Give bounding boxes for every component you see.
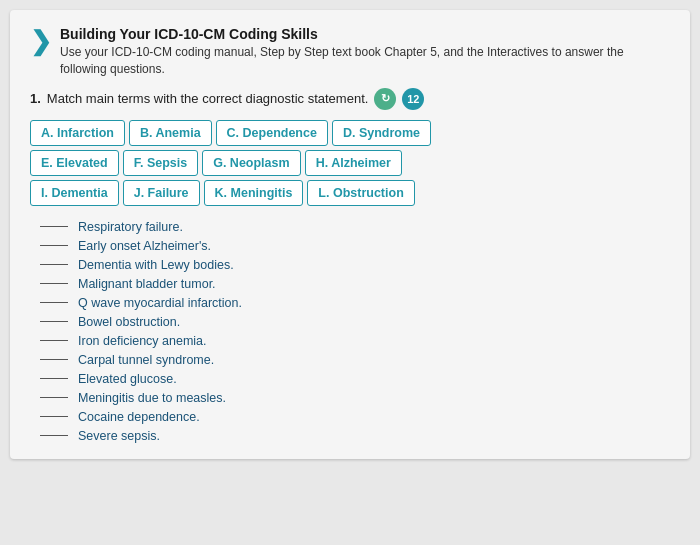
list-item: Carpal tunnel syndrome. [40, 353, 670, 367]
question-statement: Iron deficiency anemia. [78, 334, 207, 348]
list-item: Q wave myocardial infarction. [40, 296, 670, 310]
list-item: Bowel obstruction. [40, 315, 670, 329]
answer-blank[interactable] [40, 340, 68, 341]
page-subtitle: Use your ICD-10-CM coding manual, Step b… [60, 44, 670, 78]
terms-row-1: E. ElevatedF. SepsisG. NeoplasmH. Alzhei… [30, 150, 670, 176]
term-button-0-2[interactable]: C. Dependence [216, 120, 328, 146]
main-card: ❯ Building Your ICD-10-CM Coding Skills … [10, 10, 690, 459]
refresh-icon[interactable]: ↻ [374, 88, 396, 110]
answer-blank[interactable] [40, 283, 68, 284]
list-item: Meningitis due to measles. [40, 391, 670, 405]
term-button-1-3[interactable]: H. Alzheimer [305, 150, 402, 176]
header-text: Building Your ICD-10-CM Coding Skills Us… [60, 26, 670, 78]
answer-blank[interactable] [40, 378, 68, 379]
question-text: Match main terms with the correct diagno… [47, 91, 369, 106]
question-statement: Dementia with Lewy bodies. [78, 258, 234, 272]
term-button-2-0[interactable]: I. Dementia [30, 180, 119, 206]
chevron-icon: ❯ [30, 28, 52, 54]
answer-blank[interactable] [40, 264, 68, 265]
question-statement: Bowel obstruction. [78, 315, 180, 329]
term-button-2-1[interactable]: J. Failure [123, 180, 200, 206]
term-button-1-1[interactable]: F. Sepsis [123, 150, 199, 176]
terms-row-2: I. DementiaJ. FailureK. MeningitisL. Obs… [30, 180, 670, 206]
questions-list: Respiratory failure.Early onset Alzheime… [30, 220, 670, 443]
question-statement: Elevated glucose. [78, 372, 177, 386]
terms-row-0: A. InfarctionB. AnemiaC. DependenceD. Sy… [30, 120, 670, 146]
term-button-0-1[interactable]: B. Anemia [129, 120, 212, 146]
answer-blank[interactable] [40, 245, 68, 246]
answer-blank[interactable] [40, 359, 68, 360]
answer-blank[interactable] [40, 397, 68, 398]
header-section: ❯ Building Your ICD-10-CM Coding Skills … [30, 26, 670, 78]
question-statement: Severe sepsis. [78, 429, 160, 443]
list-item: Iron deficiency anemia. [40, 334, 670, 348]
question-statement: Q wave myocardial infarction. [78, 296, 242, 310]
question-number: 1. [30, 91, 41, 106]
answer-blank[interactable] [40, 226, 68, 227]
question-header: 1. Match main terms with the correct dia… [30, 88, 670, 110]
question-statement: Cocaine dependence. [78, 410, 200, 424]
question-statement: Early onset Alzheimer's. [78, 239, 211, 253]
answer-blank[interactable] [40, 416, 68, 417]
term-button-0-0[interactable]: A. Infarction [30, 120, 125, 146]
page-title: Building Your ICD-10-CM Coding Skills [60, 26, 670, 42]
term-button-1-0[interactable]: E. Elevated [30, 150, 119, 176]
list-item: Early onset Alzheimer's. [40, 239, 670, 253]
answer-blank[interactable] [40, 321, 68, 322]
terms-grid: A. InfarctionB. AnemiaC. DependenceD. Sy… [30, 120, 670, 206]
term-button-2-3[interactable]: L. Obstruction [307, 180, 414, 206]
question-statement: Carpal tunnel syndrome. [78, 353, 214, 367]
question-statement: Meningitis due to measles. [78, 391, 226, 405]
list-item: Elevated glucose. [40, 372, 670, 386]
list-item: Severe sepsis. [40, 429, 670, 443]
term-button-2-2[interactable]: K. Meningitis [204, 180, 304, 206]
list-item: Respiratory failure. [40, 220, 670, 234]
question-statement: Malignant bladder tumor. [78, 277, 216, 291]
answer-blank[interactable] [40, 435, 68, 436]
question-statement: Respiratory failure. [78, 220, 183, 234]
term-button-1-2[interactable]: G. Neoplasm [202, 150, 300, 176]
list-item: Dementia with Lewy bodies. [40, 258, 670, 272]
list-item: Cocaine dependence. [40, 410, 670, 424]
term-button-0-3[interactable]: D. Syndrome [332, 120, 431, 146]
answer-blank[interactable] [40, 302, 68, 303]
list-item: Malignant bladder tumor. [40, 277, 670, 291]
question-badge: 12 [402, 88, 424, 110]
